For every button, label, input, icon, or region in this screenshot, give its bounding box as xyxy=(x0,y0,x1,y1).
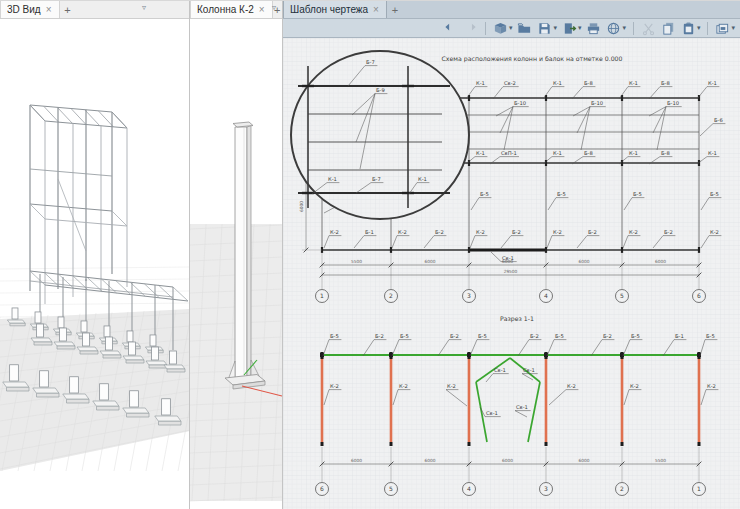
svg-text:Б-5: Б-5 xyxy=(633,191,642,197)
svg-text:Св-1: Св-1 xyxy=(523,367,535,373)
svg-text:К-2: К-2 xyxy=(710,229,719,235)
panel-column: Колонна К-2 × + ▿ xyxy=(190,1,283,509)
svg-text:К-1: К-1 xyxy=(629,80,638,86)
svg-text:Разрез 1-1: Разрез 1-1 xyxy=(500,315,534,323)
svg-text:Св-2: Св-2 xyxy=(504,80,516,86)
dropdown-arrow-icon[interactable]: ▾ xyxy=(697,24,701,32)
svg-text:К-2: К-2 xyxy=(553,229,562,235)
tab-close-icon[interactable]: × xyxy=(258,5,266,15)
panel-drawing: Шаблон чертежа × + ▾▾▾▾▾▾ Схема располож… xyxy=(283,1,740,509)
print-button[interactable] xyxy=(585,20,602,36)
svg-text:К-2: К-2 xyxy=(330,229,339,235)
tab-list-dropdown-icon[interactable]: ▿ xyxy=(142,4,146,12)
paste-button[interactable]: ▾ xyxy=(680,20,702,36)
svg-text:3: 3 xyxy=(467,292,471,299)
print-icon xyxy=(586,21,601,36)
view-cube-button[interactable]: ▾ xyxy=(492,20,514,36)
dropdown-arrow-icon[interactable]: ▾ xyxy=(509,24,513,32)
globe-button[interactable]: ▾ xyxy=(605,20,627,36)
tab-list-dropdown-icon[interactable]: ▿ xyxy=(272,4,276,12)
dropdown-arrow-icon[interactable]: ▾ xyxy=(622,24,626,32)
svg-text:Б-10: Б-10 xyxy=(514,100,526,106)
tab-drawing[interactable]: Шаблон чертежа × xyxy=(283,1,387,18)
cut-icon xyxy=(641,21,656,36)
export-button[interactable]: ▾ xyxy=(561,20,583,36)
svg-text:Св-1: Св-1 xyxy=(516,404,528,410)
svg-text:29500: 29500 xyxy=(504,269,518,274)
svg-text:Б-2: Б-2 xyxy=(450,333,459,339)
svg-text:Б-9: Б-9 xyxy=(376,87,385,93)
svg-text:Б-5: Б-5 xyxy=(330,333,339,339)
svg-text:Б-5: Б-5 xyxy=(555,333,564,339)
dropdown-arrow-icon[interactable]: ▾ xyxy=(553,24,557,32)
open-folder-button[interactable] xyxy=(516,20,533,36)
svg-text:4: 4 xyxy=(544,292,548,299)
tab-3d-view-label: 3D Вид xyxy=(7,4,41,15)
column-3d-scene xyxy=(190,19,282,509)
svg-text:6000: 6000 xyxy=(579,458,590,463)
svg-text:6000: 6000 xyxy=(425,259,436,264)
redo-icon xyxy=(463,21,478,36)
cut-button xyxy=(640,20,657,36)
3d-view-viewport[interactable] xyxy=(0,19,189,509)
svg-text:К-1: К-1 xyxy=(708,150,717,156)
drawing-sheet: Схема расположения колонн и балок на отм… xyxy=(283,38,740,509)
svg-text:5500: 5500 xyxy=(655,458,666,463)
svg-text:Б-5: Б-5 xyxy=(710,191,719,197)
svg-text:Б-6: Б-6 xyxy=(714,117,723,123)
paste-icon xyxy=(681,21,696,36)
tab-close-icon[interactable]: × xyxy=(372,5,380,15)
svg-text:Св-1: Св-1 xyxy=(502,255,514,261)
svg-text:6: 6 xyxy=(320,485,324,492)
globe-icon xyxy=(606,21,621,36)
dropdown-arrow-icon[interactable]: ▾ xyxy=(731,24,735,32)
svg-text:Б-2: Б-2 xyxy=(603,333,612,339)
new-tab-button[interactable]: + xyxy=(387,1,403,18)
tab-close-icon[interactable]: × xyxy=(45,5,53,15)
svg-text:Б-2: Б-2 xyxy=(512,229,521,235)
svg-text:СвП-1: СвП-1 xyxy=(501,150,517,156)
svg-text:Б-10: Б-10 xyxy=(667,100,679,106)
svg-text:К-1: К-1 xyxy=(553,80,562,86)
save-button[interactable]: ▾ xyxy=(536,20,558,36)
tabstrip-column: Колонна К-2 × + ▿ xyxy=(190,1,282,19)
svg-text:К-1: К-1 xyxy=(476,80,485,86)
svg-text:К-1: К-1 xyxy=(328,176,337,182)
svg-text:К-2: К-2 xyxy=(567,383,576,389)
sheets-button[interactable]: ▾ xyxy=(714,20,736,36)
tab-3d-view[interactable]: 3D Вид × xyxy=(0,1,60,18)
svg-text:К-1: К-1 xyxy=(708,80,717,86)
svg-text:2: 2 xyxy=(389,292,393,299)
svg-text:Б-8: Б-8 xyxy=(584,80,593,86)
svg-text:6000: 6000 xyxy=(351,458,362,463)
svg-text:К-2: К-2 xyxy=(447,383,456,389)
svg-text:К-1: К-1 xyxy=(418,176,427,182)
undo-button[interactable] xyxy=(442,20,459,36)
column-viewport[interactable] xyxy=(190,19,282,509)
svg-text:Б-8: Б-8 xyxy=(584,150,593,156)
redo-button xyxy=(462,20,479,36)
svg-text:6000: 6000 xyxy=(299,201,304,212)
svg-text:Св-1: Св-1 xyxy=(486,410,498,416)
copy-icon xyxy=(661,21,676,36)
svg-text:Б-8: Б-8 xyxy=(661,150,670,156)
svg-text:К-2: К-2 xyxy=(629,229,638,235)
svg-text:К-2: К-2 xyxy=(398,229,407,235)
svg-text:Б-2: Б-2 xyxy=(435,229,444,235)
svg-text:Б-5: Б-5 xyxy=(478,333,487,339)
tab-drawing-label: Шаблон чертежа xyxy=(290,4,368,15)
tab-column[interactable]: Колонна К-2 × xyxy=(190,1,273,18)
copy-button[interactable] xyxy=(660,20,677,36)
toolbar-separator xyxy=(707,22,708,35)
dropdown-arrow-icon[interactable]: ▾ xyxy=(578,24,582,32)
svg-text:К-1: К-1 xyxy=(629,150,638,156)
toolbar-separator xyxy=(485,22,486,35)
new-tab-button[interactable]: + xyxy=(60,1,76,18)
svg-text:4: 4 xyxy=(467,485,471,492)
svg-text:Б-1: Б-1 xyxy=(365,229,374,235)
svg-text:Б-2: Б-2 xyxy=(588,229,597,235)
svg-text:К-2: К-2 xyxy=(476,229,485,235)
drawing-canvas[interactable]: Схема расположения колонн и балок на отм… xyxy=(283,38,740,509)
detail-circle: Б-7Б-9К-1Б-7К-1 xyxy=(291,51,469,219)
svg-text:Б-8: Б-8 xyxy=(661,80,670,86)
